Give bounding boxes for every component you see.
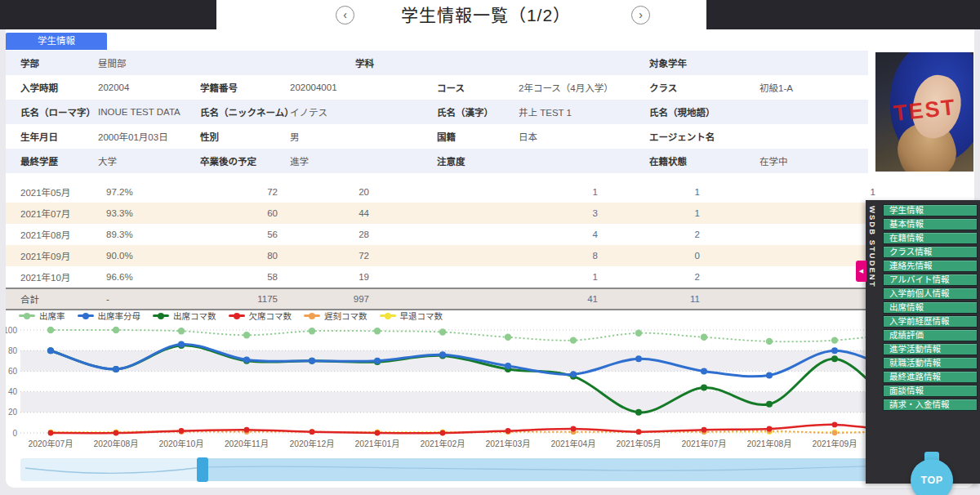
table-cell: 3 bbox=[369, 208, 598, 218]
table-cell: 2021年05月 bbox=[20, 185, 106, 198]
side-menu-item[interactable]: 面談情報 bbox=[883, 385, 978, 397]
field-label: 氏名（漢字） bbox=[437, 105, 519, 118]
field-value: 初級1-A bbox=[760, 81, 868, 94]
legend-item[interactable]: 出席コマ数 bbox=[153, 310, 216, 322]
side-menu-strip: WSDB STUDENT ◀ bbox=[866, 200, 880, 484]
field-label: 最終学歴 bbox=[20, 154, 98, 167]
table-row[interactable]: 2021年08月89.3%562842 bbox=[6, 224, 974, 245]
field-label: コース bbox=[437, 81, 519, 94]
table-row[interactable]: 2021年07月93.3%604431 bbox=[6, 203, 974, 224]
side-menu-item[interactable]: 在籍情報 bbox=[883, 232, 978, 244]
table-cell: 11 bbox=[598, 294, 700, 304]
table-cell: 2021年07月 bbox=[20, 207, 106, 220]
legend-label: 出席率 bbox=[39, 310, 65, 322]
side-menu-item[interactable]: 請求・入金情報 bbox=[883, 399, 978, 411]
title-panel: ‹ 学生情報一覧（1/2） › bbox=[216, 0, 706, 29]
field-value: 在学中 bbox=[760, 154, 868, 167]
side-menu-item[interactable]: クラス情報 bbox=[883, 246, 978, 258]
side-menu-item[interactable]: アルバイト情報 bbox=[883, 274, 978, 286]
field-value: 男 bbox=[290, 130, 437, 143]
field-label: 学部 bbox=[20, 56, 98, 69]
svg-text:2021年09月: 2021年09月 bbox=[813, 439, 858, 448]
svg-text:0: 0 bbox=[12, 429, 17, 438]
side-menu-item[interactable]: 成績評価 bbox=[883, 329, 978, 341]
table-cell: 2021年08月 bbox=[20, 228, 106, 241]
legend-item[interactable]: 早退コマ数 bbox=[380, 310, 443, 322]
table-cell: 93.3% bbox=[106, 208, 196, 218]
svg-text:2020年12月: 2020年12月 bbox=[290, 439, 335, 448]
profile-row: 氏名（ローマ字）INOUE TEST DATA氏名（ニックネーム）イノテス氏名（… bbox=[6, 100, 868, 124]
profile-row: 入学時期202004学籍番号202004001コース2年コース（4月入学）クラス… bbox=[6, 75, 868, 100]
legend-label: 遅刻コマ数 bbox=[324, 310, 368, 322]
date-range-slider[interactable] bbox=[20, 457, 938, 482]
field-value: 2000年01月03日 bbox=[98, 130, 200, 143]
side-menu-item[interactable]: 出席情報 bbox=[883, 301, 978, 314]
side-menu-item[interactable]: 連絡先情報 bbox=[883, 260, 978, 272]
slider-preview-wave bbox=[20, 458, 938, 481]
svg-text:2021年01月: 2021年01月 bbox=[355, 439, 400, 448]
field-label: 氏名（ニックネーム） bbox=[200, 105, 290, 118]
chart-legend: 出席率出席率分母出席コマ数欠席コマ数遅刻コマ数早退コマ数 bbox=[19, 310, 443, 322]
student-photo: TEST bbox=[875, 52, 973, 172]
field-value: INOUE TEST DATA bbox=[98, 107, 200, 117]
legend-marker-icon bbox=[380, 314, 396, 317]
legend-item[interactable]: 出席率分母 bbox=[78, 310, 141, 322]
side-menu-item[interactable]: 最終進路情報 bbox=[883, 371, 978, 383]
student-profile-grid: 学部昼間部学科対象学年入学時期202004学籍番号202004001コース2年コ… bbox=[6, 51, 868, 173]
field-label: 生年月日 bbox=[20, 130, 98, 143]
field-label: 卒業後の予定 bbox=[200, 154, 290, 167]
table-cell: 2 bbox=[598, 272, 700, 282]
svg-text:2020年08月: 2020年08月 bbox=[94, 439, 139, 448]
table-row[interactable]: 2021年05月97.2%7220111 bbox=[6, 181, 974, 203]
table-cell: 2021年09月 bbox=[20, 249, 106, 262]
legend-item[interactable]: 出席率 bbox=[19, 310, 65, 322]
scroll-to-top-button[interactable]: TOP bbox=[911, 459, 953, 495]
side-menu-item[interactable]: 基本情報 bbox=[883, 218, 978, 230]
table-cell: 2 bbox=[598, 230, 700, 239]
side-menu-item[interactable]: 就職活動情報 bbox=[883, 357, 978, 369]
profile-row: 学部昼間部学科対象学年 bbox=[6, 51, 868, 75]
next-page-button[interactable]: › bbox=[631, 6, 650, 25]
svg-text:40: 40 bbox=[8, 387, 18, 396]
svg-text:2021年07月: 2021年07月 bbox=[682, 439, 727, 448]
svg-text:2020年07月: 2020年07月 bbox=[29, 439, 74, 448]
legend-marker-icon bbox=[229, 314, 245, 317]
field-value: 井上 TEST 1 bbox=[519, 105, 649, 118]
tab-student-info[interactable]: 学生情報 bbox=[6, 33, 107, 50]
table-cell: 44 bbox=[278, 208, 369, 218]
field-value: 昼間部 bbox=[98, 56, 355, 69]
field-label: 性別 bbox=[200, 130, 290, 143]
table-cell: 90.0% bbox=[106, 251, 196, 261]
table-cell: 2021年10月 bbox=[20, 270, 106, 283]
field-label: 学科 bbox=[355, 56, 445, 69]
table-cell: 97.2% bbox=[106, 187, 196, 197]
table-cell: 80 bbox=[196, 251, 278, 261]
side-menu-item[interactable]: 学生情報 bbox=[883, 204, 978, 216]
legend-label: 出席率分母 bbox=[98, 310, 141, 322]
slider-left-handle[interactable] bbox=[197, 457, 208, 482]
svg-text:2021年04月: 2021年04月 bbox=[551, 439, 596, 448]
side-menu-item[interactable]: 進学活動情報 bbox=[883, 343, 978, 355]
table-cell: 41 bbox=[369, 294, 598, 304]
table-cell: 60 bbox=[196, 208, 278, 218]
table-cell: 合計 bbox=[20, 292, 106, 305]
side-menu-items: 学生情報基本情報在籍情報クラス情報連絡先情報アルバイト情報入学前個人情報出席情報… bbox=[880, 200, 980, 484]
svg-text:2021年03月: 2021年03月 bbox=[486, 439, 531, 448]
side-menu-item[interactable]: 入学前経歴情報 bbox=[883, 315, 978, 328]
legend-item[interactable]: 遅刻コマ数 bbox=[304, 310, 368, 322]
table-row[interactable]: 合計-11759974111 bbox=[6, 288, 974, 310]
table-cell: 20 bbox=[278, 187, 369, 197]
field-label: 入学時期 bbox=[20, 81, 98, 94]
legend-marker-icon bbox=[153, 314, 169, 317]
legend-item[interactable]: 欠席コマ数 bbox=[229, 310, 292, 322]
field-label: 学籍番号 bbox=[200, 81, 290, 94]
side-menu-item[interactable]: 入学前個人情報 bbox=[883, 288, 978, 300]
field-label: 対象学年 bbox=[649, 56, 760, 69]
profile-row: 最終学歴大学卒業後の予定進学注意度在籍状態在学中 bbox=[6, 149, 868, 173]
field-label: 注意度 bbox=[437, 154, 519, 167]
legend-marker-icon bbox=[304, 314, 320, 317]
table-row[interactable]: 2021年09月90.0%807280 bbox=[6, 245, 974, 266]
table-row[interactable]: 2021年10月96.6%581912 bbox=[6, 266, 974, 288]
panel-collapse-button[interactable]: ◀ bbox=[856, 261, 866, 282]
legend-marker-icon bbox=[19, 314, 35, 317]
